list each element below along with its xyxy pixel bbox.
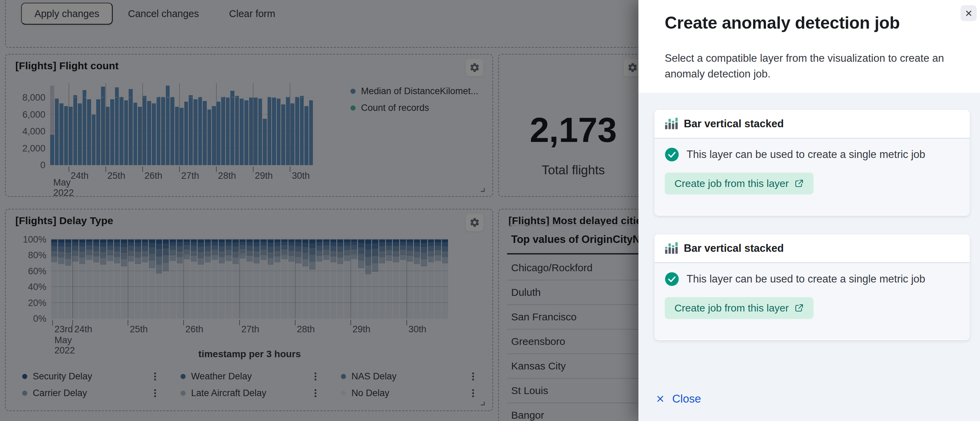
external-link-icon	[794, 179, 804, 188]
check-in-circle-icon	[665, 272, 679, 286]
layer-card-body: This layer can be used to create a singl…	[654, 138, 970, 215]
layer-status-text: This layer can be used to create a singl…	[687, 148, 925, 161]
layer-card-2: Bar vertical stacked This layer can be u…	[654, 234, 970, 340]
external-link-icon	[794, 303, 804, 313]
check-in-circle-icon	[665, 148, 679, 162]
create-job-button[interactable]: Create job from this layer	[665, 297, 813, 319]
layer-card-header: Bar vertical stacked	[654, 110, 970, 138]
flyout-body: Bar vertical stacked This layer can be u…	[638, 93, 980, 421]
create-job-button[interactable]: Create job from this layer	[665, 173, 813, 194]
screen: Apply changes Cancel changes Clear form …	[0, 0, 980, 421]
create-anomaly-job-flyout: Create anomaly detection job Select a co…	[638, 0, 980, 421]
flyout-close-button[interactable]	[961, 5, 977, 21]
flyout-description: Select a compatible layer from the visua…	[665, 51, 972, 82]
layer-card-title: Bar vertical stacked	[684, 118, 784, 130]
bar-vertical-stacked-icon	[665, 118, 678, 130]
layer-status-text: This layer can be used to create a singl…	[687, 273, 925, 285]
layer-card-body: This layer can be used to create a singl…	[654, 263, 970, 340]
close-icon	[965, 9, 973, 17]
layer-card-title: Bar vertical stacked	[684, 242, 784, 254]
close-icon	[655, 394, 665, 404]
flyout-title: Create anomaly detection job	[665, 13, 900, 33]
layer-card-1: Bar vertical stacked This layer can be u…	[654, 110, 970, 216]
layer-card-header: Bar vertical stacked	[654, 234, 970, 263]
bar-vertical-stacked-icon	[665, 242, 678, 255]
flyout-close-link[interactable]: Close	[655, 392, 701, 405]
